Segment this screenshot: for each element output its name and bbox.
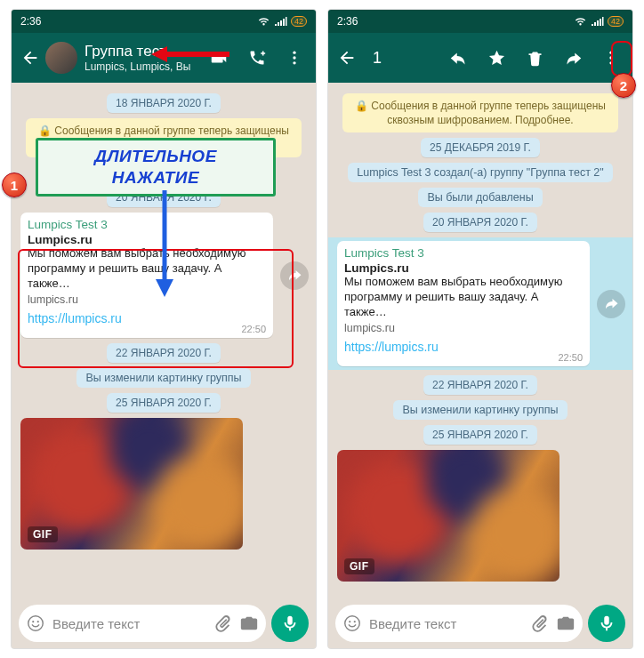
svg-point-8 xyxy=(609,61,612,64)
message-sender: Lumpics Test 3 xyxy=(28,218,266,231)
encryption-notice[interactable]: 🔒 Сообщения в данной группе теперь защищ… xyxy=(328,93,632,132)
kebab-icon xyxy=(602,49,620,67)
system-message: Вы изменили картинку группы xyxy=(328,400,632,420)
forward-button[interactable] xyxy=(557,42,590,75)
more-menu-button[interactable] xyxy=(595,42,627,75)
svg-point-1 xyxy=(293,56,295,59)
input-bar: Введите текст xyxy=(328,598,632,648)
emoji-icon[interactable] xyxy=(342,614,362,633)
selected-message-row[interactable]: Lumpics Test 3 Lumpics.ru Мы поможем вам… xyxy=(328,237,632,370)
annotation-arrow-blue xyxy=(151,190,178,297)
svg-marker-15 xyxy=(156,279,173,297)
chat-body-right[interactable]: 🔒 Сообщения в данной группе теперь защищ… xyxy=(328,83,632,598)
svg-point-7 xyxy=(609,56,612,59)
link-preview-host: lumpics.ru xyxy=(344,322,583,334)
svg-point-3 xyxy=(28,616,44,631)
svg-point-9 xyxy=(345,616,360,631)
link-preview-title: Lumpics.ru xyxy=(344,261,583,275)
whatsapp-screen-left: 2:36 42 Группа тест Lumpics, Lumpics, Вы… xyxy=(11,9,317,649)
status-bar: 2:36 42 xyxy=(328,10,632,33)
voice-call-button[interactable] xyxy=(241,41,273,75)
svg-point-11 xyxy=(354,621,356,622)
mic-button[interactable] xyxy=(271,605,309,642)
date-chip: 22 ЯНВАРЯ 2020 Г. xyxy=(12,343,316,363)
status-bar: 2:36 42 xyxy=(12,10,316,33)
status-time: 2:36 xyxy=(20,15,41,28)
svg-point-0 xyxy=(293,52,295,54)
message-input[interactable]: Введите текст xyxy=(335,605,583,642)
date-chip: 22 ЯНВАРЯ 2020 Г. xyxy=(328,375,632,395)
star-icon xyxy=(487,49,506,68)
system-message: Вы были добавлены xyxy=(328,188,632,207)
battery-icon: 42 xyxy=(608,16,624,27)
kebab-icon xyxy=(286,49,303,67)
delete-button[interactable] xyxy=(519,42,551,75)
attach-icon[interactable] xyxy=(213,614,232,633)
input-placeholder: Введите текст xyxy=(369,616,522,631)
selection-header: 1 xyxy=(328,33,632,83)
system-message: Вы изменили картинку группы xyxy=(12,368,316,388)
signal-icon xyxy=(591,16,604,27)
gif-message[interactable]: GIF xyxy=(20,418,243,550)
annotation-step-2: 2 xyxy=(611,73,636,98)
link-preview-desc: Мы поможем вам выбрать необходимую прогр… xyxy=(28,246,266,292)
svg-point-10 xyxy=(349,621,350,622)
message-sender: Lumpics Test 3 xyxy=(344,246,583,260)
whatsapp-screen-right: 2:36 42 1 🔒 Сообщения в данной группе те… xyxy=(327,9,633,649)
svg-point-6 xyxy=(609,52,612,54)
forward-shortcut[interactable] xyxy=(280,261,309,290)
arrow-left-icon xyxy=(20,48,40,68)
svg-marker-13 xyxy=(151,46,167,62)
annotation-callout: ДЛИТЕЛЬНОЕ НАЖАТИЕ xyxy=(36,138,276,197)
link-preview-host: lumpics.ru xyxy=(28,293,266,306)
mic-button[interactable] xyxy=(588,605,625,642)
date-chip: 25 ДЕКАБРЯ 2019 Г. xyxy=(328,138,632,157)
forward-icon xyxy=(286,268,302,284)
back-button[interactable] xyxy=(17,41,44,75)
forward-shortcut[interactable] xyxy=(597,290,625,318)
forward-icon xyxy=(603,296,619,312)
system-message: Lumpics Test 3 создал(-а) группу "Группа… xyxy=(328,163,632,182)
reply-icon xyxy=(449,49,468,68)
annotation-step-1: 1 xyxy=(2,173,27,197)
phone-add-icon xyxy=(248,49,266,67)
svg-point-4 xyxy=(32,621,34,622)
emoji-icon[interactable] xyxy=(26,614,45,633)
gif-badge: GIF xyxy=(344,558,374,574)
camera-icon[interactable] xyxy=(239,614,259,633)
link-preview-title: Lumpics.ru xyxy=(28,233,266,246)
date-chip: 20 ЯНВАРЯ 2020 Г. xyxy=(328,213,632,232)
battery-icon: 42 xyxy=(291,16,307,27)
more-menu-button[interactable] xyxy=(278,41,310,75)
mic-icon xyxy=(280,614,300,633)
svg-point-2 xyxy=(293,61,295,64)
input-placeholder: Введите текст xyxy=(52,616,205,631)
link-preview-desc: Мы поможем вам выбрать необходимую прогр… xyxy=(344,275,583,320)
date-chip: 25 ЯНВАРЯ 2020 Г. xyxy=(328,425,632,445)
message-bubble[interactable]: Lumpics Test 3 Lumpics.ru Мы поможем вам… xyxy=(337,241,590,366)
group-avatar[interactable] xyxy=(45,42,77,74)
trash-icon xyxy=(526,49,544,68)
selection-count: 1 xyxy=(373,49,442,68)
date-chip: 18 ЯНВАРЯ 2020 Г. xyxy=(12,93,316,113)
mic-icon xyxy=(597,614,616,633)
message-input[interactable]: Введите текст xyxy=(19,605,266,642)
annotation-arrow-red xyxy=(151,43,231,66)
back-button[interactable] xyxy=(334,41,360,75)
svg-point-5 xyxy=(37,621,39,622)
wifi-icon xyxy=(574,16,587,27)
reply-button[interactable] xyxy=(442,42,475,75)
gif-message[interactable]: GIF xyxy=(337,450,559,582)
gif-badge: GIF xyxy=(28,526,58,542)
date-chip: 25 ЯНВАРЯ 2020 Г. xyxy=(12,393,316,413)
message-bubble[interactable]: Lumpics Test 3 Lumpics.ru Мы поможем вам… xyxy=(20,213,273,338)
attach-icon[interactable] xyxy=(529,614,549,633)
star-button[interactable] xyxy=(480,42,513,75)
signal-icon xyxy=(274,16,287,27)
forward-icon xyxy=(564,49,583,68)
input-bar: Введите текст xyxy=(12,598,316,648)
wifi-icon xyxy=(257,16,270,27)
camera-icon[interactable] xyxy=(556,614,576,633)
status-time: 2:36 xyxy=(337,15,358,28)
arrow-left-icon xyxy=(337,48,357,68)
